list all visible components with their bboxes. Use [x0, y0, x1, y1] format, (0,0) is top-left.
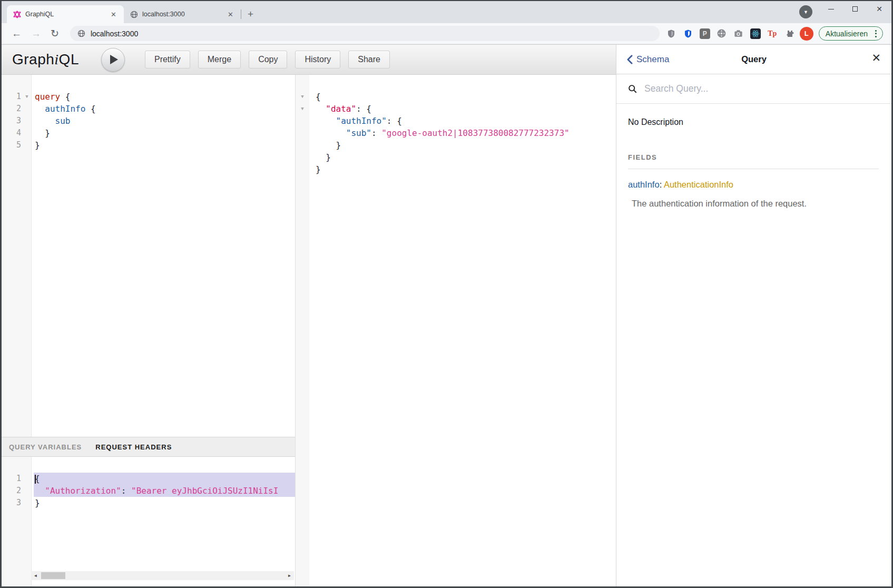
new-tab-button[interactable]: +: [241, 5, 260, 23]
code-line: }: [315, 139, 616, 151]
menu-dots-icon[interactable]: [872, 30, 879, 37]
variable-editor-tabbar: QUERY VARIABLES REQUEST HEADERS: [2, 437, 295, 457]
maximize-button[interactable]: [843, 1, 867, 17]
url-text: localhost:3000: [91, 30, 138, 38]
search-icon: [628, 84, 637, 93]
code-line: {: [315, 91, 616, 103]
code-token: }: [35, 128, 50, 138]
camera-icon[interactable]: [733, 28, 744, 39]
docs-search-input[interactable]: [643, 83, 880, 95]
code-token: [35, 104, 45, 114]
tab-close-icon[interactable]: ✕: [225, 9, 235, 19]
line-number: 1: [2, 473, 23, 485]
code-token: "Authorization": [45, 486, 121, 496]
extension-p-icon[interactable]: P: [700, 28, 710, 39]
forward-icon[interactable]: →: [26, 28, 46, 40]
headers-code[interactable]: { "Authorization": "Bearer eyJhbGciOiJSU…: [32, 457, 295, 587]
download-indicator-icon[interactable]: ▼: [799, 5, 812, 18]
line-number: 2: [2, 103, 23, 115]
code-token: "google-oauth2|108377380082777232373": [381, 128, 569, 138]
prettify-button[interactable]: Prettify: [145, 51, 190, 68]
address-bar[interactable]: localhost:3000: [70, 26, 660, 41]
gutter-row: 3: [2, 115, 31, 127]
code-line: }: [315, 163, 616, 175]
profile-avatar[interactable]: L: [800, 27, 813, 41]
line-number: 1: [2, 91, 23, 103]
query-code[interactable]: query { authInfo { sub }}: [32, 75, 295, 437]
history-button[interactable]: History: [295, 51, 340, 68]
code-line: }: [34, 139, 295, 151]
code-token: {: [85, 104, 95, 114]
gutter-row: [296, 115, 309, 127]
crosshair-icon[interactable]: [717, 28, 727, 39]
update-browser-button[interactable]: Aktualisieren: [819, 26, 883, 41]
close-window-button[interactable]: ✕: [867, 1, 891, 17]
code-line: }: [315, 151, 616, 163]
line-number-gutter: 1▼2345: [2, 75, 32, 437]
bitwarden-icon[interactable]: [683, 28, 693, 39]
copy-button[interactable]: Copy: [249, 51, 287, 68]
code-token: "Bearer eyJhbGciOiJSUzI1NiIsI: [131, 486, 278, 496]
fold-arrow-icon[interactable]: ▼: [296, 91, 309, 103]
extensions-puzzle-icon[interactable]: [784, 28, 794, 39]
scroll-left-arrow-icon[interactable]: ◀: [31, 571, 40, 580]
tab-request-headers[interactable]: REQUEST HEADERS: [95, 443, 172, 451]
docs-header: Schema Query ✕: [616, 45, 891, 74]
tab-localhost[interactable]: localhost:3000 ✕: [124, 5, 241, 23]
graphql-logo-icon: [13, 11, 21, 18]
minimize-button[interactable]: [819, 1, 843, 17]
code-line: "authInfo": {: [315, 115, 616, 127]
gutter-row: 3: [2, 497, 31, 509]
field-type-link[interactable]: AuthenticationInfo: [664, 180, 733, 189]
back-icon[interactable]: ←: [7, 28, 26, 40]
fold-arrow-icon[interactable]: ▼: [296, 103, 309, 115]
code-line: }: [34, 127, 295, 139]
gutter-row: ▼: [296, 103, 309, 115]
tab-graphiql[interactable]: GraphiQL ✕: [7, 5, 124, 23]
code-token: {: [316, 92, 321, 102]
scroll-right-arrow-icon[interactable]: ▶: [285, 571, 294, 580]
docs-close-icon[interactable]: ✕: [871, 52, 881, 63]
share-button[interactable]: Share: [348, 51, 390, 68]
tab-close-icon[interactable]: ✕: [109, 9, 119, 19]
field-description: The authentication information of the re…: [632, 199, 880, 209]
scrollbar-thumb[interactable]: [41, 572, 65, 579]
code-token: }: [316, 140, 341, 150]
execute-query-button[interactable]: [101, 48, 125, 72]
request-headers-editor[interactable]: 123 { "Authorization": "Bearer eyJhbGciO…: [2, 457, 295, 587]
line-number-gutter: 123: [2, 457, 32, 587]
code-line: sub: [34, 115, 295, 127]
code-line: {: [34, 473, 295, 485]
line-number: 3: [2, 497, 23, 509]
reload-icon[interactable]: ↻: [46, 27, 64, 40]
fold-gutter: ▼▼: [296, 75, 309, 587]
field-name-link[interactable]: authInfo: [628, 180, 660, 189]
window-controls: ✕: [819, 1, 891, 17]
field-entry: authInfo: AuthenticationInfo: [628, 180, 880, 190]
tab-title: GraphiQL: [25, 11, 109, 18]
gutter-row: 2: [2, 485, 31, 497]
code-token: query: [35, 92, 60, 102]
scrollbar-track[interactable]: [40, 571, 285, 580]
tp-extension-icon[interactable]: Tp: [767, 28, 778, 39]
code-token: {: [60, 92, 70, 102]
editor-pane: 1▼2345 query { authInfo { sub }} QUERY V…: [2, 75, 295, 587]
ublock-origin-icon[interactable]: [666, 28, 676, 39]
fold-arrow-icon[interactable]: ▼: [23, 91, 31, 103]
tab-title: localhost:3000: [142, 11, 225, 18]
update-label: Aktualisieren: [826, 30, 868, 38]
type-description: No Description: [628, 117, 880, 127]
query-editor[interactable]: 1▼2345 query { authInfo { sub }}: [2, 75, 295, 437]
play-icon: [110, 55, 118, 64]
site-info-globe-icon[interactable]: [77, 30, 85, 37]
merge-button[interactable]: Merge: [198, 51, 241, 68]
line-number: 2: [2, 485, 23, 497]
graphiql-app: GraphiQL Prettify Merge Copy History Sha…: [2, 44, 891, 586]
code-token: : {: [387, 116, 402, 126]
result-pane: ▼▼ { "data": { "authInfo": { "sub": "goo…: [295, 75, 616, 587]
horizontal-scrollbar[interactable]: ◀ ▶: [31, 571, 294, 580]
gutter-row: 2: [2, 103, 31, 115]
docs-search-row: [616, 74, 891, 104]
tab-query-variables[interactable]: QUERY VARIABLES: [9, 443, 82, 451]
react-devtools-icon[interactable]: [750, 28, 761, 39]
